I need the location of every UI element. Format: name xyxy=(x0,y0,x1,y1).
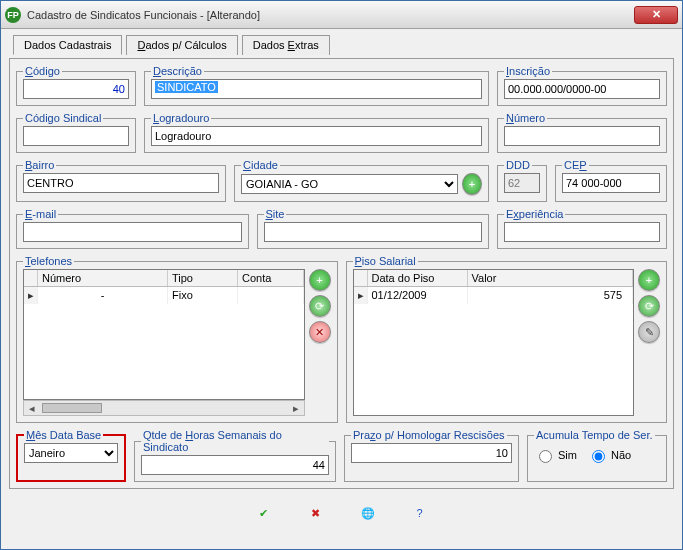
acumula-nao-radio[interactable]: Não xyxy=(587,447,631,463)
close-icon: ✕ xyxy=(652,8,661,21)
cancel-button[interactable]: ✖ xyxy=(299,498,333,528)
reload-icon: ⟳ xyxy=(645,300,654,313)
piso-grid[interactable]: Data do Piso Valor ▸ 01/12/2009 575 xyxy=(353,269,635,416)
h-scrollbar[interactable]: ◂ ▸ xyxy=(23,400,305,416)
x-icon: ✖ xyxy=(311,507,320,520)
group-site: Site xyxy=(257,208,490,249)
tabstrip: Dados Cadastrais Dados p/ Cálculos Dados… xyxy=(13,35,674,55)
scroll-right-icon[interactable]: ▸ xyxy=(288,402,304,415)
cep-input[interactable] xyxy=(562,173,660,193)
group-cidade: Cidade GOIANIA - GO + xyxy=(234,159,489,202)
group-mes-data-base: Mês Data Base Janeiro xyxy=(16,429,126,482)
telefones-actions: + ⟳ ✕ xyxy=(309,269,331,416)
group-ddd: DDD xyxy=(497,159,547,202)
telefone-refresh-button[interactable]: ⟳ xyxy=(309,295,331,317)
app-window: FP Cadastro de Sindicatos Funcionais - [… xyxy=(0,0,683,550)
plus-icon: + xyxy=(316,274,322,286)
add-cidade-button[interactable]: + xyxy=(462,173,482,195)
window-title: Cadastro de Sindicatos Funcionais - [Alt… xyxy=(27,9,260,21)
cidade-select[interactable]: GOIANIA - GO xyxy=(241,174,458,194)
group-acumula: Acumula Tempo de Ser. Sim Não xyxy=(527,429,667,482)
piso-add-button[interactable]: + xyxy=(638,269,660,291)
group-codigo-sindical: Código Sindical xyxy=(16,112,136,153)
close-button[interactable]: ✕ xyxy=(634,6,678,24)
group-email: E-mail xyxy=(16,208,249,249)
inscricao-input[interactable] xyxy=(504,79,660,99)
app-icon: FP xyxy=(5,7,21,23)
scroll-thumb[interactable] xyxy=(42,403,102,413)
site-input[interactable] xyxy=(264,222,483,242)
globe-icon: 🌐 xyxy=(361,507,375,520)
experiencia-input[interactable] xyxy=(504,222,660,242)
bairro-input[interactable] xyxy=(23,173,219,193)
help-button[interactable]: ? xyxy=(403,498,437,528)
acumula-sim-radio[interactable]: Sim xyxy=(534,447,577,463)
qtde-horas-input[interactable] xyxy=(141,455,329,475)
table-row[interactable]: ▸ - Fixo xyxy=(24,287,304,304)
group-codigo: Código xyxy=(16,65,136,106)
piso-edit-button[interactable]: ✎ xyxy=(638,321,660,343)
reload-icon: ⟳ xyxy=(315,300,324,313)
edit-icon: ✎ xyxy=(645,326,654,339)
tab-dados-cadastrais[interactable]: Dados Cadastrais xyxy=(13,35,122,55)
grid-header: Número Tipo Conta xyxy=(24,270,304,287)
group-cep: CEP xyxy=(555,159,667,202)
group-inscricao: Inscrição xyxy=(497,65,667,106)
codigo-sindical-input[interactable] xyxy=(23,126,129,146)
group-numero: Número xyxy=(497,112,667,153)
check-icon: ✔ xyxy=(259,507,268,520)
group-prazo: Prazo p/ Homologar Rescisões xyxy=(344,429,519,482)
telefone-add-button[interactable]: + xyxy=(309,269,331,291)
group-qtde-horas: Qtde de Horas Semanais do Sindicato xyxy=(134,429,336,482)
logradouro-input[interactable] xyxy=(151,126,482,146)
group-piso: Piso Salarial Data do Piso Valor ▸ 01/12… xyxy=(346,255,668,423)
table-row[interactable]: ▸ 01/12/2009 575 xyxy=(354,287,634,304)
telefones-grid[interactable]: Número Tipo Conta ▸ - Fixo xyxy=(23,269,305,400)
descricao-input[interactable]: SINDICATO xyxy=(151,79,482,99)
panel: Código Descrição SINDICATO Inscrição Cód… xyxy=(9,58,674,489)
tab-dados-calculos[interactable]: Dados p/ Cálculos xyxy=(126,35,237,55)
piso-refresh-button[interactable]: ⟳ xyxy=(638,295,660,317)
telefone-delete-button[interactable]: ✕ xyxy=(309,321,331,343)
delete-icon: ✕ xyxy=(315,326,324,339)
mes-data-base-select[interactable]: Janeiro xyxy=(24,443,118,463)
ddd-input xyxy=(504,173,540,193)
help-icon: ? xyxy=(416,507,422,519)
group-bairro: Bairro xyxy=(16,159,226,202)
group-telefones: Telefones Número Tipo Conta ▸ xyxy=(16,255,338,423)
search-button[interactable]: 🌐 xyxy=(351,498,385,528)
numero-input[interactable] xyxy=(504,126,660,146)
tab-dados-extras[interactable]: Dados Extras xyxy=(242,35,330,55)
content: Dados Cadastrais Dados p/ Cálculos Dados… xyxy=(1,29,682,534)
confirm-button[interactable]: ✔ xyxy=(247,498,281,528)
group-descricao: Descrição SINDICATO xyxy=(144,65,489,106)
codigo-input[interactable] xyxy=(23,79,129,99)
plus-icon: + xyxy=(646,274,652,286)
toolbar-bottom: ✔ ✖ 🌐 ? xyxy=(9,498,674,528)
grid-header: Data do Piso Valor xyxy=(354,270,634,287)
scroll-left-icon[interactable]: ◂ xyxy=(24,402,40,415)
titlebar: FP Cadastro de Sindicatos Funcionais - [… xyxy=(1,1,682,29)
group-experiencia: Experiência xyxy=(497,208,667,249)
group-logradouro: Logradouro xyxy=(144,112,489,153)
piso-actions: + ⟳ ✎ xyxy=(638,269,660,416)
prazo-input[interactable] xyxy=(351,443,512,463)
email-input[interactable] xyxy=(23,222,242,242)
plus-icon: + xyxy=(469,178,475,190)
